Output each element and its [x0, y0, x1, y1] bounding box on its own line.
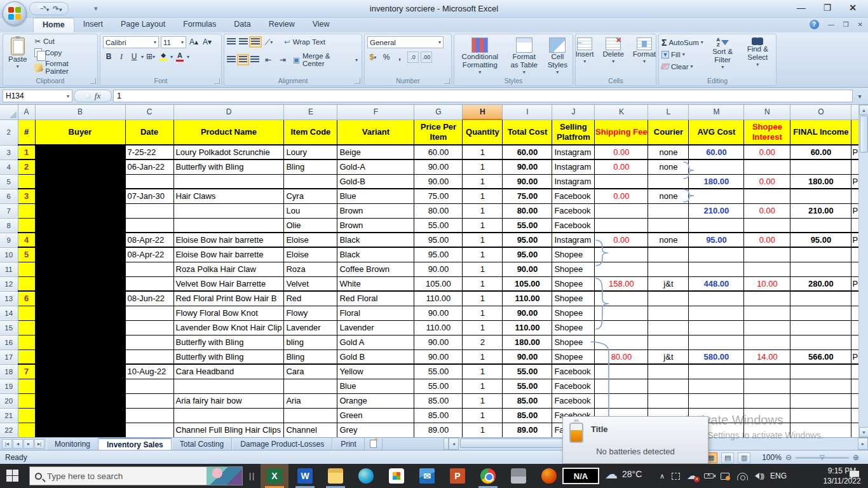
cell[interactable]: [125, 349, 173, 364]
snip-tool-icon[interactable]: [672, 473, 680, 480]
cell[interactable]: Channel Full Bling Hair Clips: [173, 423, 284, 437]
cell[interactable]: 55.00: [503, 218, 552, 233]
cell[interactable]: Cara Headband: [173, 364, 284, 379]
cell[interactable]: Shopee: [552, 320, 595, 335]
fill-color-dropdown[interactable]: ▾: [170, 54, 173, 60]
sheet-tab-total-costing[interactable]: Total Costing: [172, 438, 232, 450]
cell[interactable]: [648, 174, 689, 189]
cell[interactable]: [648, 306, 689, 320]
cell[interactable]: [689, 364, 744, 379]
cell[interactable]: [595, 247, 648, 262]
header-cell[interactable]: Product Name: [173, 119, 284, 145]
taskbar-search-box[interactable]: Type here to search: [29, 466, 243, 485]
row-header-16[interactable]: 16: [0, 335, 18, 349]
cell[interactable]: [790, 320, 851, 335]
cell[interactable]: 1: [463, 262, 503, 276]
start-button[interactable]: [6, 470, 20, 482]
cell[interactable]: 110.00: [503, 291, 552, 306]
cell[interactable]: [125, 262, 173, 276]
format-cells-button[interactable]: Format▾: [630, 36, 658, 65]
cell[interactable]: Red: [284, 291, 337, 306]
page-layout-view-button[interactable]: ▤: [721, 452, 734, 463]
cell[interactable]: [125, 320, 173, 335]
row-header-3[interactable]: 3: [0, 145, 18, 159]
cell[interactable]: 06-Jan-22: [125, 159, 173, 174]
taskbar-store-icon[interactable]: [383, 464, 410, 488]
cell[interactable]: 80.00: [414, 203, 463, 218]
cell[interactable]: [744, 423, 790, 437]
column-header-G[interactable]: G: [414, 105, 463, 119]
cell[interactable]: 1: [463, 423, 503, 437]
cell[interactable]: [744, 364, 790, 379]
cell[interactable]: Bling: [284, 159, 337, 174]
row-header-2[interactable]: 2: [0, 119, 18, 145]
cell[interactable]: j&t: [648, 276, 689, 291]
restore-button[interactable]: ❐: [824, 3, 832, 12]
cell[interactable]: [689, 218, 744, 233]
cell[interactable]: [648, 218, 689, 233]
cell[interactable]: none: [648, 233, 689, 247]
cell[interactable]: none: [648, 145, 689, 159]
cell[interactable]: 2: [18, 159, 35, 174]
next-sheet-button[interactable]: ▸: [24, 439, 34, 449]
italic-button[interactable]: I: [116, 51, 127, 62]
cell[interactable]: [744, 159, 790, 174]
help-icon[interactable]: ?: [810, 20, 819, 29]
cell[interactable]: Loury Polkadot Scrunchie: [173, 145, 284, 159]
row-header-21[interactable]: 21: [0, 408, 18, 423]
cell[interactable]: [790, 247, 851, 262]
cell[interactable]: [18, 174, 35, 189]
cell[interactable]: 90.00: [503, 262, 552, 276]
column-header-C[interactable]: C: [125, 105, 173, 119]
align-right-icon[interactable]: [250, 56, 259, 64]
cell[interactable]: [595, 320, 648, 335]
cell[interactable]: Brown: [337, 218, 414, 233]
cell[interactable]: Facebook: [552, 393, 595, 408]
cell[interactable]: [790, 364, 851, 379]
borders-button[interactable]: ⊞▾: [145, 51, 156, 62]
row-header-19[interactable]: 19: [0, 379, 18, 393]
row-header-18[interactable]: 18: [0, 364, 18, 379]
cell[interactable]: 90.00: [414, 335, 463, 349]
cell[interactable]: Shopee: [552, 276, 595, 291]
taskbar-scanner-app-icon[interactable]: [505, 464, 532, 488]
task-view-icon[interactable]: ||: [249, 471, 255, 480]
cell[interactable]: 158.00: [595, 276, 648, 291]
taskbar-powerpoint-icon[interactable]: P: [444, 464, 471, 488]
cell[interactable]: 85.00: [414, 393, 463, 408]
cell[interactable]: Shopee: [552, 247, 595, 262]
cell[interactable]: Orange: [337, 393, 414, 408]
cell[interactable]: [744, 218, 790, 233]
cell[interactable]: [744, 291, 790, 306]
cell[interactable]: Eloise: [284, 247, 337, 262]
cell[interactable]: Shopee: [552, 291, 595, 306]
cell[interactable]: 210.00: [689, 203, 744, 218]
cell[interactable]: Grey: [337, 423, 414, 437]
cell[interactable]: Shopee: [552, 306, 595, 320]
cell[interactable]: 95.00: [689, 233, 744, 247]
scroll-down-button[interactable]: ▼: [859, 427, 868, 437]
tab-view[interactable]: View: [304, 18, 339, 32]
cell[interactable]: [18, 349, 35, 364]
cell[interactable]: 0.00: [595, 189, 648, 203]
close-button[interactable]: ✕: [849, 3, 857, 12]
workbook-minimize-button[interactable]: —: [828, 21, 834, 28]
prev-sheet-button[interactable]: ◂: [13, 439, 23, 449]
cell[interactable]: 1: [463, 276, 503, 291]
tray-chevron-up-icon[interactable]: ∧: [660, 472, 665, 480]
cell[interactable]: 1: [463, 320, 503, 335]
cell[interactable]: [689, 159, 744, 174]
cell[interactable]: 1: [463, 291, 503, 306]
decrease-decimal-button[interactable]: .00: [421, 51, 432, 63]
cell[interactable]: [595, 203, 648, 218]
sheet-tab-monitoring[interactable]: Monitoring: [46, 438, 98, 450]
cell[interactable]: Instagram: [552, 233, 595, 247]
cell[interactable]: Eloise Bow hair barrette: [173, 233, 284, 247]
cell[interactable]: 95.00: [503, 233, 552, 247]
cell[interactable]: 1: [463, 349, 503, 364]
cell[interactable]: Instagram: [552, 145, 595, 159]
cell[interactable]: 95.00: [414, 247, 463, 262]
column-header-I[interactable]: I: [503, 105, 552, 119]
cell[interactable]: [744, 408, 790, 423]
office-button[interactable]: [3, 1, 27, 25]
